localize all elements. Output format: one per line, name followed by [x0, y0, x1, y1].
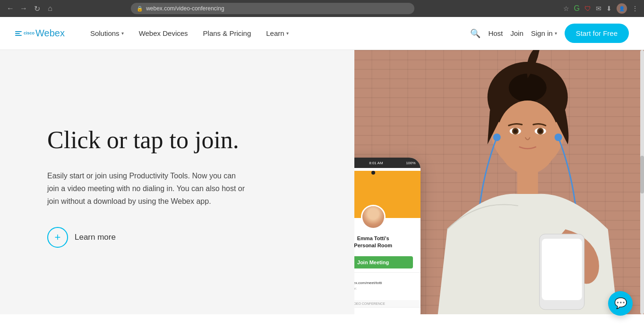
avatar-image	[362, 206, 384, 228]
learn-more-circle-icon: +	[47, 227, 68, 248]
nav-right: 🔍 Host Join Sign in ▾ Start for Free	[470, 24, 629, 43]
chat-support-button[interactable]: 💬	[608, 291, 633, 314]
forward-button[interactable]: →	[19, 4, 28, 13]
phone-dial-details: Dial totti@go.webex.com	[354, 307, 421, 314]
svg-point-7	[513, 129, 517, 133]
learn-more-button[interactable]: + Learn more	[47, 227, 326, 248]
refresh-button[interactable]: ↻	[32, 4, 42, 13]
nav-solutions[interactable]: Solutions ▾	[84, 25, 130, 41]
chat-icon: 💬	[614, 297, 627, 310]
hero-title: Click or tap to join.	[47, 126, 326, 154]
hero-section: Click or tap to join. Easily start or jo…	[0, 50, 644, 314]
phone-status-bar: Webex ◈ 8:01 AM 100%	[354, 158, 421, 168]
email-icon[interactable]: ✉	[596, 5, 601, 12]
hero-left-content: Click or tap to join. Easily start or jo…	[0, 50, 354, 314]
url-text: webex.com/video-conferencing	[146, 5, 224, 12]
phone-number-value: 154 151 941	[354, 290, 415, 294]
phone-time: 8:01 AM	[369, 161, 383, 165]
phone-camera-icon	[371, 171, 375, 175]
start-for-free-button[interactable]: Start for Free	[565, 24, 629, 43]
nav-webex-devices[interactable]: Webex Devices	[132, 25, 195, 41]
download-icon[interactable]: ⬇	[606, 5, 612, 12]
phone-url-label: Meeting URL:	[354, 277, 415, 281]
signin-chevron-icon: ▾	[555, 31, 557, 36]
scrollbar[interactable]	[640, 50, 644, 314]
svg-rect-13	[517, 170, 538, 194]
phone-battery: 100%	[406, 161, 415, 165]
back-button[interactable]: ←	[6, 4, 15, 13]
menu-icon[interactable]: ⋮	[632, 5, 638, 12]
svg-point-11	[493, 134, 500, 141]
learn-chevron-icon: ▾	[286, 31, 289, 36]
extensions-icon[interactable]: G	[574, 4, 580, 13]
scrollbar-thumb[interactable]	[640, 156, 644, 193]
phone-user-room: Personal Room	[354, 242, 415, 249]
nav-plans-pricing[interactable]: Plans & Pricing	[197, 25, 258, 41]
navbar: cisco Webex Solutions ▾ Webex Devices Pl…	[0, 17, 644, 50]
hero-description: Easily start or join using Productivity …	[47, 169, 246, 208]
svg-point-4	[497, 101, 558, 174]
phone-url-value: http://go.webex.com/meet/totti	[354, 281, 415, 285]
nav-links: Solutions ▾ Webex Devices Plans & Pricin…	[84, 25, 470, 41]
phone-dial-label: Dial	[354, 312, 415, 314]
phone-mockup: Webex ◈ 8:01 AM 100% Emma Totti's Person…	[354, 158, 421, 314]
svg-rect-15	[541, 239, 582, 300]
cisco-bars-icon	[15, 31, 22, 36]
phone-header	[354, 171, 421, 218]
phone-avatar	[361, 205, 386, 229]
phone-number-label: Meeting Number:	[354, 287, 415, 290]
url-bar[interactable]: 🔒 webex.com/video-conferencing	[131, 3, 414, 14]
nav-signin-link[interactable]: Sign in ▾	[531, 29, 557, 37]
nav-learn[interactable]: Learn ▾	[259, 25, 295, 41]
phone-video-section: JOIN FROM VIDEO CONFERENCE	[354, 300, 421, 307]
logo-webex-text: Webex	[35, 28, 65, 39]
svg-point-10	[538, 129, 542, 133]
browser-actions: ☆ G 🛡 ✉ ⬇ 👤 ⋮	[563, 3, 638, 14]
avatar-icon[interactable]: 👤	[617, 3, 627, 14]
search-icon[interactable]: 🔍	[470, 28, 481, 39]
phone-join-button[interactable]: Join Meeting	[354, 256, 413, 268]
phone-user-info: Emma Totti's Personal Room	[354, 233, 421, 252]
learn-more-text: Learn more	[75, 233, 116, 242]
home-button[interactable]: ⌂	[45, 4, 55, 13]
logo-cisco-text: cisco	[24, 31, 34, 35]
hero-right-image: Webex ◈ 8:01 AM 100% Emma Totti's Person…	[354, 50, 644, 314]
star-icon[interactable]: ☆	[563, 5, 569, 12]
phone-user-name: Emma Totti's	[354, 235, 415, 242]
nav-host-link[interactable]: Host	[488, 29, 503, 37]
nav-join-link[interactable]: Join	[510, 29, 524, 37]
browser-chrome: ← → ↻ ⌂ 🔒 webex.com/video-conferencing ☆…	[0, 0, 644, 17]
extensions2-icon[interactable]: 🛡	[584, 5, 591, 12]
solutions-chevron-icon: ▾	[121, 31, 124, 36]
phone-details: Meeting URL: http://go.webex.com/meet/to…	[354, 272, 421, 298]
logo[interactable]: cisco Webex	[15, 28, 65, 39]
svg-point-12	[554, 134, 562, 141]
